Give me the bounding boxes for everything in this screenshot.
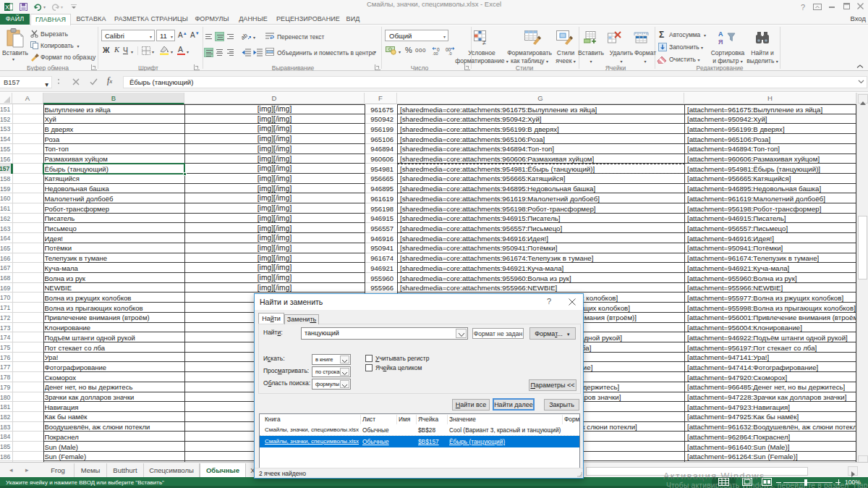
svg-text:.00: .00: [433, 51, 438, 56]
svg-text:Я: Я: [718, 38, 723, 46]
svg-text:ab: ab: [242, 32, 249, 41]
svg-text:X: X: [5, 4, 9, 11]
svg-text:.0: .0: [448, 51, 452, 56]
svg-text:А: А: [718, 30, 723, 38]
svg-text:≠: ≠: [482, 39, 486, 45]
